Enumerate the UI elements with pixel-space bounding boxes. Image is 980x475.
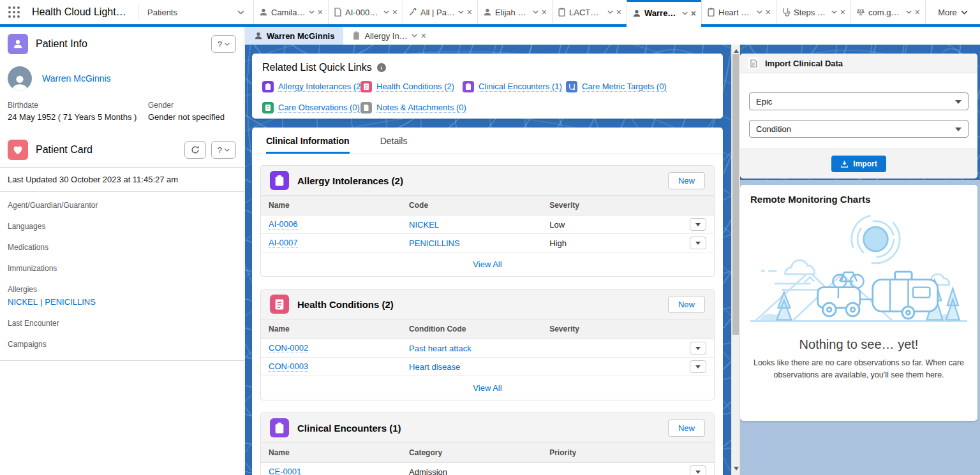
tab-close-icon[interactable]: × [392,8,397,17]
chevron-down-icon [961,10,968,15]
tab-details[interactable]: Details [380,128,408,154]
record-link[interactable]: CE-0001 [269,467,301,475]
view-all-link[interactable]: View All [473,383,501,393]
patient-card-heart-icon [8,140,28,160]
record-link[interactable]: CON-0003 [269,362,308,372]
tab-close-icon[interactable]: × [616,8,621,17]
import-button[interactable]: Import [831,156,886,172]
column-header: Severity [542,196,678,215]
waffle-icon [8,6,20,18]
remote-monitoring-card: Remote Monitoring Charts [740,185,977,421]
scroll-up-arrow-icon[interactable] [734,47,739,53]
field-immunizations: Immunizations [8,264,236,273]
chevron-down-icon[interactable] [607,10,613,14]
workspace-tab-camila[interactable]: Camila… × [253,0,328,24]
table-row: AI-0006 NICKEL Low [261,216,714,234]
workspace-tab-com-g[interactable]: com.g… × [850,0,925,24]
patient-name-link[interactable]: Warren McGinnis [42,73,111,84]
quick-link[interactable]: Notes & Attachments (0) [376,103,466,113]
tab-close-icon[interactable]: × [766,8,771,17]
main-content-area: Related List Quick Links i Allergy Intol… [245,45,731,475]
new-encounter-button[interactable]: New [668,420,705,437]
record-link[interactable]: AI-0006 [269,219,298,230]
chevron-down-icon[interactable] [906,10,912,14]
allergy-link-penicillins[interactable]: PENICILLINS [45,297,95,307]
tab-close-icon[interactable]: × [318,8,323,17]
tab-label: Elijah … [495,8,530,17]
workspace-tab-warren-active[interactable]: Warre… × [627,0,701,24]
patient-card-help-button[interactable]: ? [211,141,236,159]
chevron-down-icon[interactable] [383,10,389,14]
tab-close-icon[interactable]: × [467,8,472,17]
quick-link[interactable]: Care Metric Targets (0) [582,82,667,92]
tab-close-icon[interactable]: × [691,9,696,18]
new-allergy-button[interactable]: New [668,172,705,189]
allergy-intolerances-section: Allergy Intolerances (2) New Name Code S… [260,165,715,277]
code-link[interactable]: Heart disease [401,362,542,372]
birthdate-value: 24 May 1952 ( 71 Years 5 Months ) [8,112,148,122]
workspace-tab-steps[interactable]: Steps … × [776,0,850,24]
scrollbar-thumb[interactable] [732,54,739,335]
quick-link[interactable]: Health Conditions (2) [376,82,454,92]
workspace-tab-all-pa[interactable]: All | Pa… × [403,0,477,24]
scale-icon [856,8,865,17]
row-actions-button[interactable] [690,360,706,373]
right-sidebar: Import Clinical Data Epic Condition Impo… [740,45,980,475]
chevron-down-icon [955,100,961,107]
subtab-close-icon[interactable]: × [421,31,426,40]
clinical-information-card: Clinical Information Details Allergy Int… [252,128,723,475]
chevron-down-icon[interactable] [831,10,837,14]
app-launcher-button[interactable] [0,0,28,24]
nav-tab-patients[interactable]: Patients [138,0,253,24]
workspace-tab-lact[interactable]: LACT… × [552,0,627,24]
new-condition-button[interactable]: New [668,296,705,313]
quick-link[interactable]: Care Observations (0) [278,103,360,113]
source-select-value: Epic [756,97,772,106]
code-link[interactable]: PENICILLINS [401,238,542,248]
chevron-down-icon[interactable] [682,11,688,15]
workspace-tab-elijah[interactable]: Elijah … × [477,0,552,24]
brand-accent-bar [0,24,980,27]
chevron-down-icon[interactable] [533,10,538,14]
vertical-scrollbar[interactable] [731,45,740,475]
gender-label: Gender [148,101,236,110]
patient-avatar [8,66,32,91]
tab-close-icon[interactable]: × [542,8,547,17]
subtab-allergy[interactable]: Allergy In… × [343,27,434,45]
tab-close-icon[interactable]: × [915,8,920,17]
row-actions-button[interactable] [690,218,706,231]
quick-link[interactable]: Clinical Encounters (1) [479,82,562,92]
record-link[interactable]: AI-0007 [269,238,298,248]
view-all-link[interactable]: View All [473,259,501,269]
quick-link[interactable]: Allergy Intolerances (2) [278,82,364,92]
allergy-link-nickel[interactable]: NICKEL [8,297,38,307]
clipboard-icon [352,31,360,40]
workspace-tab-ai[interactable]: AI-000… × [328,0,403,24]
info-icon[interactable]: i [377,63,386,72]
tab-clinical-information[interactable]: Clinical Information [266,128,350,154]
patient-info-help-button[interactable]: ? [211,35,236,53]
category-select[interactable]: Condition [749,120,969,138]
patient-card-refresh-button[interactable] [184,141,206,159]
column-header: Name [261,196,401,215]
record-link[interactable]: CON-0002 [269,343,308,353]
chevron-down-icon [695,223,701,229]
chevron-down-icon[interactable] [458,10,464,14]
row-actions-button[interactable] [690,342,706,354]
workspace-tab-heart[interactable]: Heart … × [701,0,776,24]
chevron-down-icon[interactable] [412,34,417,38]
scroll-down-arrow-icon[interactable] [734,467,739,473]
subtab-warren-mcginnis[interactable]: Warren McGinnis [245,27,343,45]
row-actions-button[interactable] [690,237,706,249]
more-tabs-button[interactable]: More [925,0,980,24]
code-link[interactable]: Past heart attack [401,344,542,353]
chevron-down-icon[interactable] [309,10,315,14]
source-select[interactable]: Epic [749,92,969,110]
clinical-encounters-section: Clinical Encounters (1) New Name Categor… [260,413,715,475]
chevron-down-icon[interactable] [757,10,762,14]
tab-close-icon[interactable]: × [840,8,845,17]
contact-icon [632,9,641,18]
row-actions-button[interactable] [690,465,706,475]
section-title: Health Conditions (2) [297,299,668,310]
code-link[interactable]: NICKEL [401,220,542,230]
